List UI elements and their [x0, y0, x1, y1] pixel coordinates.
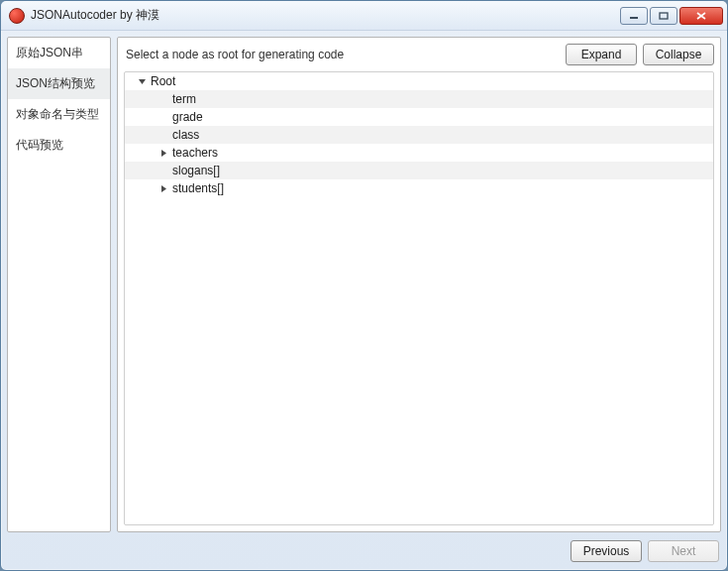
- previous-button[interactable]: Previous: [571, 540, 642, 562]
- chevron-right-icon[interactable]: [156, 184, 170, 193]
- client-area: 原始JSON串JSON结构预览对象命名与类型代码预览 Select a node…: [1, 31, 727, 570]
- main-toolbar: Select a node as root for generating cod…: [118, 38, 720, 71]
- svg-rect-1: [660, 13, 668, 19]
- tree-node-label: grade: [170, 110, 203, 124]
- main-panel: Select a node as root for generating cod…: [117, 37, 721, 532]
- tree-node-label: students[]: [170, 181, 224, 195]
- expand-button[interactable]: Expand: [566, 44, 637, 65]
- app-window: JSONAutocoder by 神漠 原始JSON串JSON结构预览对象命名与…: [0, 0, 728, 571]
- sidebar: 原始JSON串JSON结构预览对象命名与类型代码预览: [7, 37, 111, 532]
- hint-text: Select a node as root for generating cod…: [126, 48, 560, 61]
- upper-panes: 原始JSON串JSON结构预览对象命名与类型代码预览 Select a node…: [7, 37, 721, 532]
- tree-node-label: term: [170, 92, 196, 106]
- close-button[interactable]: [679, 7, 723, 25]
- svg-rect-0: [630, 17, 638, 19]
- tree-node-label: slogans[]: [170, 164, 220, 177]
- sidebar-item-1[interactable]: JSON结构预览: [8, 68, 110, 99]
- tree-row[interactable]: teachers: [125, 144, 713, 162]
- tree-row[interactable]: term: [125, 90, 713, 108]
- chevron-right-icon[interactable]: [156, 149, 170, 158]
- sidebar-item-0[interactable]: 原始JSON串: [8, 38, 110, 68]
- collapse-button[interactable]: Collapse: [643, 44, 714, 65]
- maximize-button[interactable]: [650, 7, 677, 25]
- tree-view[interactable]: Roottermgradeclassteachersslogans[]stude…: [124, 71, 714, 525]
- titlebar[interactable]: JSONAutocoder by 神漠: [1, 1, 727, 31]
- app-icon: [9, 8, 25, 24]
- tree-row[interactable]: slogans[]: [125, 162, 713, 179]
- sidebar-item-2[interactable]: 对象命名与类型: [8, 99, 110, 130]
- minimize-button[interactable]: [620, 7, 648, 25]
- sidebar-item-3[interactable]: 代码预览: [8, 130, 110, 161]
- window-controls: [620, 7, 723, 25]
- tree-node-label: class: [170, 128, 199, 142]
- tree-node-label: Root: [149, 74, 175, 88]
- chevron-down-icon[interactable]: [135, 77, 149, 86]
- window-title: JSONAutocoder by 神漠: [31, 7, 620, 24]
- tree-row[interactable]: students[]: [125, 179, 713, 197]
- tree-row[interactable]: Root: [125, 72, 713, 90]
- footer: Previous Next: [7, 538, 721, 564]
- tree-node-label: teachers: [170, 146, 218, 160]
- tree-row[interactable]: grade: [125, 108, 713, 126]
- tree-row[interactable]: class: [125, 126, 713, 144]
- next-button[interactable]: Next: [648, 540, 719, 562]
